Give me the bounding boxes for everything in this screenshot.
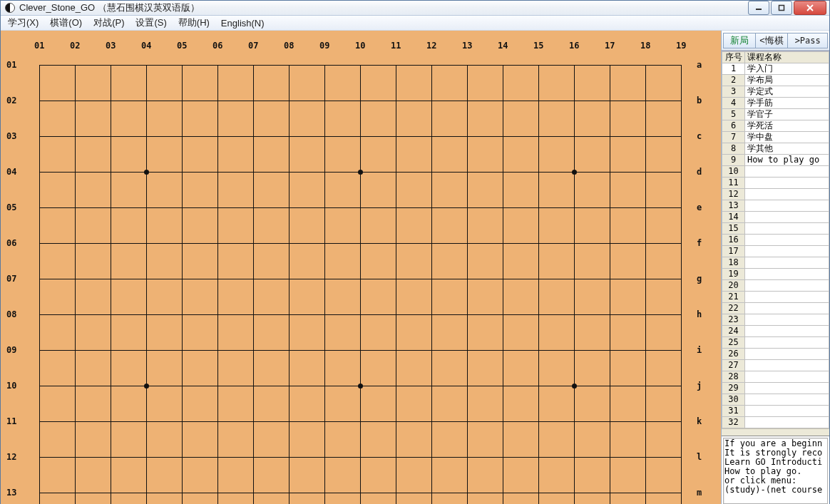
table-row[interactable]: 17 bbox=[722, 246, 829, 257]
top-coord: 14 bbox=[498, 41, 508, 51]
board-vline bbox=[467, 65, 468, 504]
pass-button[interactable]: >Pass bbox=[788, 33, 828, 48]
top-coord: 17 bbox=[605, 41, 615, 51]
row-num: 20 bbox=[722, 280, 745, 292]
lesson-table[interactable]: 序号 课程名称 1学入门2学布局3学定式4学手筋5学官子6学死活7学中盘8学其他… bbox=[722, 51, 829, 428]
menu-study[interactable]: 学习(X) bbox=[5, 16, 41, 30]
side-panel: 新局 <悔棋 >Pass 序号 课程名称 1学入门2学布局3学定式4学手筋5学官… bbox=[721, 31, 829, 504]
table-row[interactable]: 12 bbox=[722, 189, 829, 200]
table-row[interactable]: 2学布局 bbox=[722, 75, 829, 86]
row-num: 11 bbox=[722, 178, 745, 189]
table-row[interactable]: 29 bbox=[722, 383, 829, 394]
table-row[interactable]: 16 bbox=[722, 235, 829, 246]
table-row[interactable]: 9How to play go bbox=[722, 155, 829, 166]
top-coord: 07 bbox=[248, 41, 258, 51]
row-name bbox=[745, 269, 829, 280]
row-name bbox=[745, 280, 829, 292]
row-name bbox=[745, 246, 829, 257]
right-coord: f bbox=[697, 238, 702, 248]
top-coord: 19 bbox=[676, 41, 686, 51]
window-title: Clever_Stone_GO （慧石围棋汉英双语版） bbox=[19, 1, 747, 14]
row-name: 学入门 bbox=[745, 63, 829, 75]
row-num: 17 bbox=[722, 246, 745, 257]
table-row[interactable]: 27 bbox=[722, 360, 829, 371]
close-button[interactable] bbox=[794, 1, 826, 15]
row-num: 27 bbox=[722, 360, 745, 371]
right-coord: m bbox=[697, 488, 702, 498]
table-row[interactable]: 18 bbox=[722, 257, 829, 269]
row-num: 7 bbox=[722, 132, 745, 143]
row-num: 15 bbox=[722, 223, 745, 235]
undo-button[interactable]: <悔棋 bbox=[756, 33, 789, 48]
left-coord: 07 bbox=[6, 274, 16, 284]
lesson-table-wrap[interactable]: 序号 课程名称 1学入门2学布局3学定式4学手筋5学官子6学死活7学中盘8学其他… bbox=[722, 51, 829, 428]
table-row[interactable]: 14 bbox=[722, 212, 829, 223]
row-num: 28 bbox=[722, 371, 745, 383]
top-coord: 04 bbox=[141, 41, 151, 51]
star-point bbox=[358, 384, 363, 389]
row-num: 8 bbox=[722, 143, 745, 155]
new-game-button[interactable]: 新局 bbox=[723, 33, 756, 48]
row-name bbox=[745, 178, 829, 189]
table-row[interactable]: 23 bbox=[722, 314, 829, 326]
window-buttons bbox=[747, 1, 826, 15]
table-row[interactable]: 31 bbox=[722, 406, 829, 417]
row-num: 19 bbox=[722, 269, 745, 280]
table-row[interactable]: 22 bbox=[722, 303, 829, 314]
table-row[interactable]: 20 bbox=[722, 280, 829, 292]
table-row[interactable]: 13 bbox=[722, 200, 829, 212]
board-vline bbox=[574, 65, 575, 504]
top-coord: 01 bbox=[34, 41, 44, 51]
board-vline bbox=[610, 65, 610, 504]
table-row[interactable]: 19 bbox=[722, 269, 829, 280]
row-num: 10 bbox=[722, 166, 745, 178]
table-row[interactable]: 25 bbox=[722, 337, 829, 349]
col-name-header[interactable]: 课程名称 bbox=[745, 52, 829, 63]
table-row[interactable]: 30 bbox=[722, 394, 829, 406]
titlebar[interactable]: Clever_Stone_GO （慧石围棋汉英双语版） bbox=[1, 1, 829, 16]
menu-record[interactable]: 棋谱(O) bbox=[47, 16, 85, 30]
menu-match[interactable]: 对战(P) bbox=[91, 16, 127, 30]
row-num: 12 bbox=[722, 189, 745, 200]
maximize-button[interactable] bbox=[771, 1, 792, 15]
right-coord: l bbox=[697, 452, 702, 462]
menu-settings[interactable]: 设置(S) bbox=[133, 16, 169, 30]
table-row[interactable]: 4学手筋 bbox=[722, 98, 829, 109]
table-row[interactable]: 24 bbox=[722, 326, 829, 337]
table-row[interactable]: 8学其他 bbox=[722, 143, 829, 155]
table-row[interactable]: 11 bbox=[722, 178, 829, 189]
table-row[interactable]: 26 bbox=[722, 349, 829, 360]
top-coord: 18 bbox=[640, 41, 650, 51]
row-name bbox=[745, 394, 829, 406]
row-name bbox=[745, 200, 829, 212]
table-row[interactable]: 21 bbox=[722, 292, 829, 303]
left-coord: 13 bbox=[6, 488, 16, 498]
table-row[interactable]: 6学死活 bbox=[722, 120, 829, 132]
top-coord: 06 bbox=[212, 41, 222, 51]
board-vline bbox=[324, 65, 325, 504]
table-row[interactable]: 10 bbox=[722, 166, 829, 178]
table-row[interactable]: 28 bbox=[722, 371, 829, 383]
top-coord: 11 bbox=[391, 41, 401, 51]
table-row[interactable]: 7学中盘 bbox=[722, 132, 829, 143]
row-name: 学布局 bbox=[745, 75, 829, 86]
col-num-header[interactable]: 序号 bbox=[722, 52, 745, 63]
go-board[interactable]: 0102030405060708091011121314151617181901… bbox=[1, 31, 721, 504]
table-row[interactable]: 3学定式 bbox=[722, 86, 829, 98]
menu-help[interactable]: 帮助(H) bbox=[175, 16, 212, 30]
left-coord: 01 bbox=[6, 60, 16, 70]
row-name bbox=[745, 349, 829, 360]
table-row[interactable]: 1学入门 bbox=[722, 63, 829, 75]
table-header-row: 序号 课程名称 bbox=[722, 52, 829, 63]
minimize-button[interactable] bbox=[748, 1, 769, 15]
table-row[interactable]: 5学官子 bbox=[722, 109, 829, 120]
board-vline bbox=[538, 65, 539, 504]
row-name bbox=[745, 303, 829, 314]
menu-english[interactable]: English(N) bbox=[218, 17, 267, 29]
table-row[interactable]: 15 bbox=[722, 223, 829, 235]
row-name: 学官子 bbox=[745, 109, 829, 120]
row-name bbox=[745, 314, 829, 326]
board-vline bbox=[681, 65, 682, 504]
table-row[interactable]: 32 bbox=[722, 417, 829, 428]
top-coord: 09 bbox=[319, 41, 329, 51]
